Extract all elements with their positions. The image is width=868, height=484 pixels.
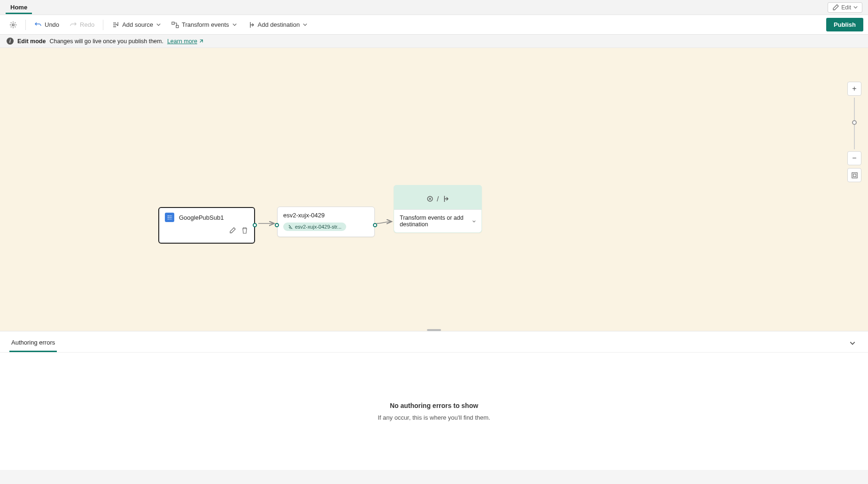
edit-node-button[interactable] xyxy=(229,227,236,236)
zoom-out-button[interactable]: − xyxy=(847,151,861,165)
add-source-label: Add source xyxy=(122,21,153,28)
delete-node-button[interactable] xyxy=(241,227,248,236)
gear-icon xyxy=(9,21,17,29)
empty-state-title: No authoring errors to show xyxy=(390,402,478,409)
source-node[interactable]: GooglePubSub1 xyxy=(158,207,255,244)
add-node-label: Transform events or add destination xyxy=(400,215,472,228)
add-source-icon xyxy=(112,21,119,29)
redo-button: Redo xyxy=(65,18,99,31)
zoom-fit-button[interactable] xyxy=(847,168,861,182)
redo-icon xyxy=(70,21,77,29)
google-pubsub-icon xyxy=(165,213,174,222)
tab-home[interactable]: Home xyxy=(6,1,32,14)
transform-label: Transform events xyxy=(182,21,229,28)
zoom-thumb[interactable] xyxy=(852,120,857,125)
empty-state-subtitle: If any occur, this is where you'll find … xyxy=(378,414,490,421)
add-source-button[interactable]: Add source xyxy=(107,18,166,31)
toolbar: Undo Redo Add source Transform events Ad… xyxy=(0,15,868,35)
add-destination-label: Add destination xyxy=(258,21,300,28)
stream-icon xyxy=(288,224,293,230)
chevron-down-icon xyxy=(849,340,856,346)
stream-node[interactable]: esv2-xujx-0429 esv2-xujx-0429-str... xyxy=(277,207,375,237)
add-destination-button[interactable]: Add destination xyxy=(243,18,313,31)
bottom-panel: Authoring errors No authoring errors to … xyxy=(0,331,868,470)
add-destination-icon xyxy=(248,21,255,29)
transform-events-button[interactable]: Transform events xyxy=(167,18,242,31)
pencil-icon xyxy=(832,4,839,11)
svg-rect-1 xyxy=(172,22,174,24)
input-port[interactable] xyxy=(275,223,279,227)
chevron-down-icon xyxy=(156,22,161,27)
canvas[interactable]: GooglePubSub1 esv2-xujx-0429 esv2-xujx-0… xyxy=(0,48,868,331)
edit-mode-label: Edit mode xyxy=(17,38,46,45)
edit-mode-message: Changes will go live once you publish th… xyxy=(49,38,163,45)
settings-button[interactable] xyxy=(5,18,22,31)
fit-screen-icon xyxy=(851,172,858,179)
top-tabs: Home Edit xyxy=(0,0,868,15)
undo-label: Undo xyxy=(45,21,59,28)
stream-node-title: esv2-xujx-0429 xyxy=(283,212,369,219)
chevron-down-icon xyxy=(302,22,308,27)
edit-dropdown-label: Edit xyxy=(841,4,851,11)
external-link-icon xyxy=(199,38,204,44)
zoom-in-button[interactable]: + xyxy=(847,82,861,96)
chevron-down-icon xyxy=(472,219,476,224)
svg-point-0 xyxy=(12,23,14,25)
collapse-panel-button[interactable] xyxy=(846,337,859,351)
info-icon: i xyxy=(7,38,14,45)
transform-icon xyxy=(171,21,179,29)
destination-icon xyxy=(442,195,450,203)
publish-button[interactable]: Publish xyxy=(826,18,863,31)
edit-dropdown[interactable]: Edit xyxy=(828,2,862,13)
svg-rect-5 xyxy=(853,174,856,177)
add-node-placeholder[interactable]: / Transform events or add destination xyxy=(394,185,482,233)
svg-rect-4 xyxy=(852,172,857,177)
trash-icon xyxy=(241,227,248,234)
panel-tab-errors[interactable]: Authoring errors xyxy=(9,335,57,352)
redo-label: Redo xyxy=(80,21,94,28)
pencil-icon xyxy=(229,227,236,234)
panel-resize-handle[interactable] xyxy=(427,329,441,331)
transform-icon xyxy=(426,195,434,203)
output-port[interactable] xyxy=(253,223,257,227)
zoom-slider[interactable] xyxy=(854,98,855,149)
zoom-controls: + − xyxy=(847,82,861,182)
learn-more-link[interactable]: Learn more xyxy=(167,38,204,45)
chevron-down-icon xyxy=(853,5,858,10)
chevron-down-icon xyxy=(232,22,237,27)
source-node-title: GooglePubSub1 xyxy=(179,214,224,221)
stream-chip[interactable]: esv2-xujx-0429-str... xyxy=(283,223,346,231)
output-port[interactable] xyxy=(373,223,377,227)
info-bar: i Edit mode Changes will go live once yo… xyxy=(0,35,868,48)
undo-icon xyxy=(34,21,42,29)
undo-button[interactable]: Undo xyxy=(30,18,64,31)
